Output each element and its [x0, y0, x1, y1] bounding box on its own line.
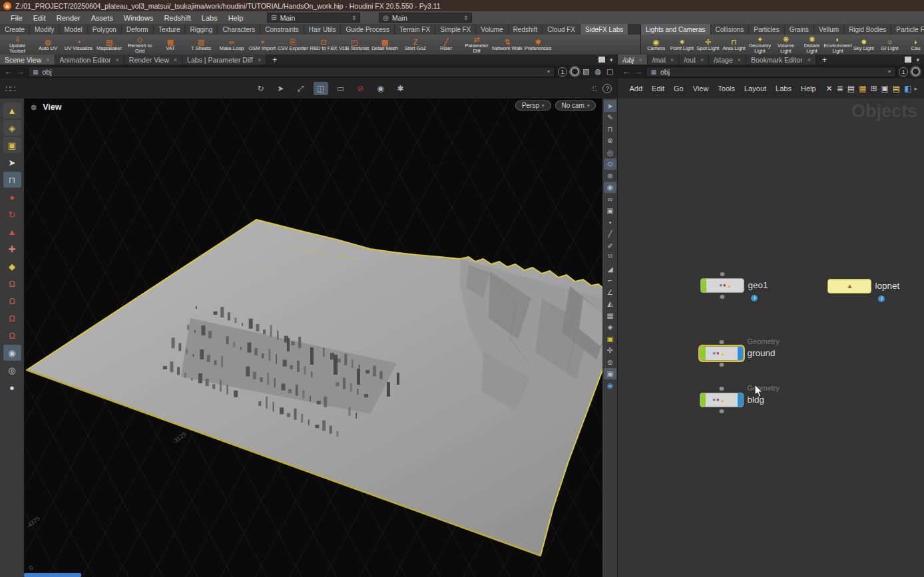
environment-light-tool[interactable]: ◐ Environment Light	[825, 35, 851, 55]
render-region-icon[interactable]: ◎	[3, 362, 21, 378]
network-menu-item[interactable]: Go	[669, 83, 688, 94]
pen-icon[interactable]: ✐	[604, 240, 616, 252]
magnet-curve-icon[interactable]: Ω	[3, 293, 21, 309]
osm-import-tool[interactable]: ⌖ OSM Import	[247, 35, 278, 55]
node-render-flag[interactable]	[738, 393, 743, 407]
layout-dots-icon[interactable]: ⁝⁚	[592, 85, 596, 93]
back-arrow-icon[interactable]: ←	[622, 67, 630, 76]
pane-maximize-icon[interactable]	[598, 57, 605, 63]
snapshot-frame-icon[interactable]: ▣	[604, 368, 616, 380]
new-pane-tab-button[interactable]: +	[816, 55, 833, 65]
geometry-light-tool[interactable]: ✦ Geometry Light	[747, 35, 773, 55]
view-tool-icon[interactable]: ↻	[254, 82, 268, 95]
shelf-tab[interactable]: Texture	[154, 24, 186, 35]
pane-tab[interactable]: Labs | Parameter Diff ×	[182, 55, 266, 65]
orbit-camera-icon[interactable]: ◉	[604, 182, 616, 194]
material-sphere-icon[interactable]: ●	[3, 379, 21, 395]
node-geo1[interactable]: ●●▲ geo1 i	[700, 278, 744, 293]
group-frame-icon[interactable]: ▣	[604, 333, 616, 345]
scene-viewport[interactable]: ⊛ View Persp▾ No cam▾	[24, 98, 602, 577]
network-menu-item[interactable]: Help	[796, 83, 821, 94]
node-output-dot[interactable]	[720, 363, 724, 367]
shelf-tab[interactable]: Characters	[218, 24, 260, 35]
close-tab-icon[interactable]: ×	[738, 57, 741, 63]
shelf-tab[interactable]: Rigging	[185, 24, 218, 35]
network-menu-item[interactable]: Add	[624, 83, 647, 94]
node-name-label[interactable]: ground	[747, 348, 775, 358]
node-render-flag[interactable]	[738, 347, 743, 360]
render-view-icon[interactable]: ◉	[373, 82, 388, 95]
t-sheets-tool[interactable]: ▥ T Sheets	[186, 35, 216, 55]
link-ring-icon[interactable]	[911, 67, 920, 76]
mapsbaker-tool[interactable]: ▤ MapsBaker	[94, 35, 124, 55]
normals-display-icon[interactable]: ◭	[604, 298, 616, 310]
viewport-camera-icon[interactable]: ◉	[3, 345, 21, 361]
shelf-tab[interactable]: Cloud FX	[543, 24, 580, 35]
csv-exporter-tool[interactable]: ⎘ CSV Exporter	[278, 35, 308, 55]
network-menu-item[interactable]: Labs	[771, 83, 796, 94]
circle-display-icon[interactable]: ⊜	[604, 356, 616, 368]
pane-tab[interactable]: /out ×	[679, 55, 709, 65]
shelf-tab[interactable]: Redshift	[509, 24, 543, 35]
area-light-tool[interactable]: ⊓ Area Light	[721, 35, 747, 55]
node-info-badge[interactable]: i	[751, 295, 758, 301]
tree-view-icon[interactable]: ≣	[837, 84, 843, 93]
volume-light-tool[interactable]: ❋ Volume Light	[773, 35, 799, 55]
shelf-tab[interactable]: Volume	[476, 24, 508, 35]
point-light-tool[interactable]: ✷ Point Light	[669, 35, 695, 55]
path-caret-icon[interactable]: ▾	[888, 69, 891, 75]
windows-icon[interactable]: ▣	[881, 84, 888, 93]
node-input-dot[interactable]	[720, 272, 725, 276]
gi-light-tool[interactable]: ○ GI Light	[877, 35, 903, 55]
pane-tab[interactable]: Scene View ×	[0, 55, 55, 65]
network-menu-item[interactable]: View	[688, 83, 714, 94]
menu-item[interactable]: File	[5, 13, 28, 23]
pane-tab[interactable]: /mat ×	[648, 55, 680, 65]
point-numbers-icon[interactable]: ¹²	[604, 252, 616, 264]
caustic-light-tool[interactable]: ◗ Cau	[903, 35, 924, 55]
rbd-object-icon[interactable]: ●	[3, 189, 21, 205]
square-view-icon[interactable]: ▢	[606, 67, 613, 76]
move-tool-icon[interactable]: ⤢	[294, 82, 308, 95]
close-tab-icon[interactable]: ×	[670, 57, 674, 63]
pin-count-badge[interactable]: 1	[899, 67, 908, 77]
node-input-dot[interactable]	[720, 340, 724, 344]
view-magnify-icon[interactable]: ◎	[604, 146, 616, 158]
close-tab-icon[interactable]: ×	[258, 57, 261, 63]
snapshot-pin-icon[interactable]: ⊗	[604, 135, 616, 147]
grid-handle-icon[interactable]: ∷∷	[5, 84, 15, 94]
shelf-tab[interactable]: Guide Process	[341, 24, 395, 35]
node-ground[interactable]: ●●▲ Geometry ground i	[700, 346, 744, 361]
prim-hull-icon[interactable]: ◈	[604, 321, 616, 333]
shelf-tab[interactable]: Deform	[122, 24, 154, 35]
shelf-tab[interactable]: Rigid Bodies	[844, 24, 891, 35]
rocket-icon[interactable]: ▲	[3, 224, 21, 240]
create-geometry-icon[interactable]: ▲	[3, 102, 21, 118]
shelf-tab[interactable]: Lights and Cameras	[641, 24, 711, 35]
stash-icon[interactable]: ◈	[3, 120, 21, 136]
camera-tool[interactable]: ◉ Camera	[643, 35, 669, 55]
update-toolset-tool[interactable]: ⇩ Update Toolset	[2, 35, 33, 55]
shelf-tab[interactable]: Particle Fluids	[891, 24, 924, 35]
pane-maximize-icon[interactable]	[905, 57, 911, 63]
thumbnails-icon[interactable]: ⊞	[870, 84, 877, 93]
node-output-dot[interactable]	[720, 295, 725, 299]
remesh-to-grid-tool[interactable]: ◇ Remesh to Grid	[124, 35, 155, 55]
pin-count-badge[interactable]: 1	[558, 67, 567, 77]
handles-tool-icon[interactable]: ◫	[314, 82, 328, 95]
close-tab-icon[interactable]: ×	[46, 57, 49, 63]
pane-tab[interactable]: Render View ×	[124, 55, 182, 65]
reference-pose-icon[interactable]: ⊚	[604, 170, 616, 182]
detail-mesh-tool[interactable]: ▩ Detail Mesh	[369, 35, 400, 55]
parameter-diff-tool[interactable]: ⇄ Parameter Diff	[461, 35, 492, 55]
network-editor[interactable]: Objects ●●▲ geo1 i	[618, 98, 924, 577]
sticky-note-icon[interactable]: ▤	[893, 84, 900, 93]
network-tools-icon[interactable]: ✕	[826, 84, 833, 93]
color-palette-icon[interactable]: ▦	[859, 84, 866, 93]
network-walk-tool[interactable]: ⇅ Network Walk	[492, 35, 523, 55]
grid-display-icon[interactable]: ▦	[604, 309, 616, 321]
node-display-flag[interactable]	[700, 393, 706, 407]
forward-arrow-icon[interactable]: →	[16, 67, 25, 76]
close-tab-icon[interactable]: ×	[116, 57, 119, 63]
make-loop-tool[interactable]: ∞ Make Loop	[216, 35, 247, 55]
